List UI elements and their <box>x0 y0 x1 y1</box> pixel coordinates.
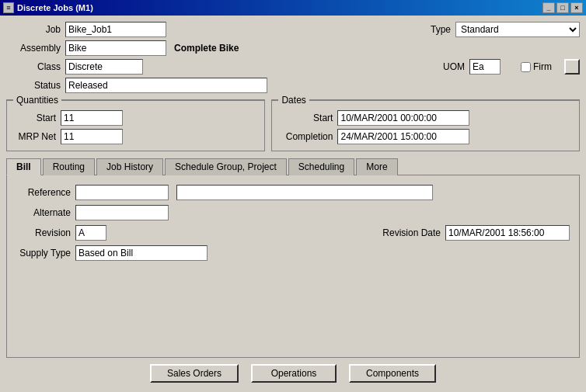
revision-label: Revision <box>16 227 71 238</box>
tab-schedule-group[interactable]: Schedule Group, Project <box>165 158 287 175</box>
revision-date-input[interactable] <box>445 225 570 241</box>
start-qty-row: Start <box>13 110 258 126</box>
firm-group: Firm <box>521 61 552 72</box>
operations-button[interactable]: Operations <box>251 364 337 383</box>
tab-job-history[interactable]: Job History <box>96 158 163 175</box>
window-controls[interactable]: _ □ × <box>542 2 583 13</box>
quantities-dates-row: Quantities Start MRP Net Dates <box>6 99 580 151</box>
supply-type-row: Supply Type <box>16 245 570 261</box>
alternate-input[interactable] <box>75 205 169 220</box>
job-input[interactable] <box>65 22 166 37</box>
dates-inner: Start Completion <box>278 110 573 144</box>
supply-type-label: Supply Type <box>16 248 71 258</box>
completion-input[interactable] <box>337 129 469 144</box>
mrpnet-row: MRP Net <box>13 129 258 144</box>
bottom-buttons: Sales Orders Operations Components <box>6 358 580 386</box>
type-select[interactable]: Standard <box>455 22 580 37</box>
class-input[interactable] <box>65 59 143 75</box>
revision-date-label: Revision Date <box>371 227 441 238</box>
quantities-label: Quantities <box>13 95 61 106</box>
tab-scheduling[interactable]: Scheduling <box>288 158 354 175</box>
dates-label: Dates <box>278 95 309 106</box>
tabs-header: Bill Routing Job History Schedule Group,… <box>6 158 580 175</box>
start-date-row: Start <box>278 110 573 126</box>
status-label: Status <box>6 80 61 91</box>
form-area: Job Type Standard Assembly Complete Bike… <box>6 22 580 151</box>
revision-input[interactable] <box>75 225 106 241</box>
assembly-input[interactable] <box>65 40 166 56</box>
reference-input-1[interactable] <box>75 185 169 200</box>
start-date-input[interactable] <box>337 110 469 126</box>
tab-routing[interactable]: Routing <box>43 158 95 175</box>
status-row: Status <box>6 78 580 93</box>
minimize-button[interactable]: _ <box>542 2 555 13</box>
sales-orders-button[interactable]: Sales Orders <box>150 364 239 383</box>
job-label: Job <box>6 24 61 35</box>
firm-label: Firm <box>533 61 552 72</box>
tab-content-bill: Reference Alternate Revision Revision Da… <box>6 175 580 358</box>
main-window: Job Type Standard Assembly Complete Bike… <box>0 16 586 392</box>
mrpnet-input[interactable] <box>61 129 123 144</box>
app-icon: ≡ <box>3 2 14 13</box>
completion-row: Completion <box>278 129 573 144</box>
quantities-group: Quantities Start MRP Net <box>6 99 265 151</box>
window-title: Discrete Jobs (M1) <box>17 3 93 12</box>
revision-row: Revision Revision Date <box>16 225 570 241</box>
reference-input-2[interactable] <box>176 185 433 200</box>
class-label: Class <box>6 61 61 72</box>
tabs-container: Bill Routing Job History Schedule Group,… <box>6 158 580 358</box>
maximize-button[interactable]: □ <box>556 2 569 13</box>
alternate-label: Alternate <box>16 207 71 218</box>
assembly-desc: Complete Bike <box>174 43 239 54</box>
class-uom-row: Class UOM Firm <box>6 59 580 75</box>
firm-checkbox[interactable] <box>521 62 531 72</box>
uom-input[interactable] <box>469 59 501 75</box>
completion-label: Completion <box>278 131 333 142</box>
assembly-row: Assembly Complete Bike <box>6 40 580 56</box>
job-type-row: Job Type Standard <box>6 22 580 37</box>
mrpnet-label: MRP Net <box>13 131 56 142</box>
title-bar: ≡ Discrete Jobs (M1) _ □ × <box>0 0 586 16</box>
uom-label: UOM <box>434 61 465 72</box>
tab-more[interactable]: More <box>356 158 397 175</box>
reference-label: Reference <box>16 187 71 198</box>
status-input[interactable] <box>65 78 267 93</box>
reference-row: Reference <box>16 185 570 200</box>
assembly-label: Assembly <box>6 43 61 54</box>
quantities-inner: Start MRP Net <box>13 110 258 144</box>
close-button[interactable]: × <box>570 2 583 13</box>
alternate-row: Alternate <box>16 205 570 220</box>
dates-group: Dates Start Completion <box>271 99 580 151</box>
small-action-button[interactable] <box>564 59 580 75</box>
start-qty-label: Start <box>13 113 56 123</box>
supply-type-input[interactable] <box>75 245 208 261</box>
start-date-label: Start <box>278 113 333 123</box>
start-qty-input[interactable] <box>61 110 123 126</box>
type-label: Type <box>420 24 451 35</box>
components-button[interactable]: Components <box>349 364 436 383</box>
tab-bill[interactable]: Bill <box>6 158 41 175</box>
